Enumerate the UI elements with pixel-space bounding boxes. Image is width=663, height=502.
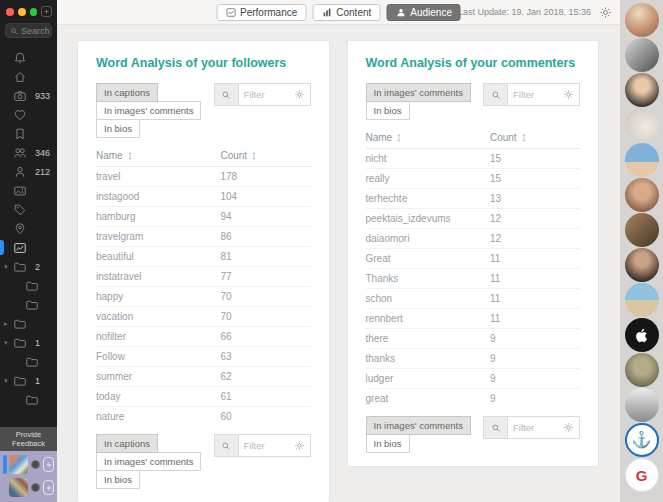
avatar-woman-hat[interactable]: [625, 3, 659, 37]
account-avatar[interactable]: [9, 455, 28, 474]
sidebar-item-photos[interactable]: [0, 181, 57, 200]
cell-count: 12: [490, 233, 580, 244]
filter-search-button[interactable]: [215, 435, 239, 456]
avatar-anchor-logo[interactable]: ⚓: [625, 423, 659, 457]
avatar-light-photo[interactable]: [625, 108, 659, 142]
sidebar-subfolder[interactable]: [0, 390, 57, 409]
disclosure-icon[interactable]: ▾: [4, 377, 8, 385]
avatar-woman-face[interactable]: [625, 178, 659, 212]
sidebar-folder[interactable]: ▾ 2: [0, 257, 57, 276]
column-name[interactable]: Name: [366, 132, 393, 143]
sidebar-item-saved[interactable]: [0, 124, 57, 143]
filter-settings-button[interactable]: [294, 89, 310, 100]
item-count-badge: 2: [35, 262, 40, 272]
filter-input[interactable]: [239, 440, 294, 451]
filter-toggle-button[interactable]: In images' comments: [366, 416, 471, 435]
avatar-dog-owner[interactable]: [625, 213, 659, 247]
tab-performance[interactable]: Performance: [216, 4, 306, 21]
sidebar-folder[interactable]: ▾ 1: [0, 333, 57, 352]
provide-feedback-button[interactable]: Provide Feedback: [0, 427, 57, 451]
avatar-bw-woman[interactable]: [625, 38, 659, 72]
ludger: ludger 9: [366, 369, 581, 389]
avatar-g-logo[interactable]: G: [625, 458, 659, 492]
account-avatar[interactable]: [9, 478, 28, 497]
travelgram: travelgram 86: [96, 227, 311, 247]
filter-toggle-button[interactable]: In bios: [96, 470, 140, 489]
filter-settings-button[interactable]: [294, 440, 310, 451]
filter-toggle-button[interactable]: In captions: [96, 434, 158, 453]
avatar-bw-man[interactable]: [625, 388, 659, 422]
avatar-dark-hair-woman[interactable]: [625, 248, 659, 282]
sidebar-subfolder[interactable]: [0, 352, 57, 371]
filter-input[interactable]: [508, 89, 563, 100]
avatar-apple-logo[interactable]: [625, 318, 659, 352]
sidebar-item-home[interactable]: [0, 67, 57, 86]
location-icon: [13, 222, 27, 236]
column-count[interactable]: Count: [490, 132, 517, 143]
disclosure-icon[interactable]: ▾: [4, 339, 8, 347]
column-count[interactable]: Count: [220, 150, 247, 161]
cell-count: 81: [220, 251, 310, 262]
zoom-window-button[interactable]: [30, 8, 38, 16]
cell-name: really: [366, 173, 490, 184]
table-body: nicht 15 really 15 terhechte 13 peektais…: [366, 149, 581, 408]
filter-toggle-button[interactable]: In bios: [366, 434, 410, 453]
sort-icon[interactable]: [251, 151, 257, 161]
cell-name: ludger: [366, 373, 490, 384]
filter-toggle-button[interactable]: In images' comments: [96, 101, 201, 120]
disclosure-icon[interactable]: ▾: [4, 263, 8, 271]
sidebar-search[interactable]: [5, 23, 52, 38]
filter-input[interactable]: [239, 89, 294, 100]
filter-toggle-button[interactable]: In captions: [96, 83, 158, 102]
cell-count: 15: [490, 153, 580, 164]
sidebar-folder[interactable]: ▾ 1: [0, 371, 57, 390]
cell-name: terhechte: [366, 193, 490, 204]
avatar-beach-landscape[interactable]: [625, 283, 659, 317]
sort-icon[interactable]: [521, 133, 527, 143]
avatar-beach-woman[interactable]: [625, 143, 659, 177]
filter-toggle-button[interactable]: In bios: [96, 119, 140, 138]
add-button[interactable]: [41, 6, 52, 17]
tab-content[interactable]: Content: [312, 4, 380, 21]
filter-search-button[interactable]: [484, 417, 508, 438]
settings-button[interactable]: [599, 6, 612, 19]
folder-icon: [13, 336, 27, 350]
minimize-window-button[interactable]: [18, 8, 26, 16]
tab-label: Content: [336, 7, 371, 18]
sidebar-subfolder[interactable]: [0, 295, 57, 314]
cell-name: travelgram: [96, 231, 220, 242]
cell-count: 86: [220, 231, 310, 242]
column-name[interactable]: Name: [96, 150, 123, 161]
filter-toggle-button[interactable]: In bios: [366, 101, 410, 120]
filter-search-button[interactable]: [484, 84, 508, 105]
add-account-button[interactable]: [43, 457, 54, 472]
filter-input[interactable]: [508, 422, 563, 433]
avatar-man-portrait[interactable]: [625, 73, 659, 107]
sidebar-item-notifications[interactable]: [0, 48, 57, 67]
sidebar-subfolder[interactable]: [0, 276, 57, 295]
sort-icon[interactable]: [127, 151, 133, 161]
account-row-1[interactable]: [3, 455, 54, 474]
sidebar-item-media[interactable]: 933: [0, 86, 57, 105]
filter-settings-button[interactable]: [563, 422, 579, 433]
add-account-button[interactable]: [43, 480, 54, 495]
sidebar-item-analytics[interactable]: [0, 238, 57, 257]
cell-count: 62: [220, 371, 310, 382]
sidebar-item-locations[interactable]: [0, 219, 57, 238]
sidebar-item-tags[interactable]: [0, 200, 57, 219]
filter-toggle-button[interactable]: In images' comments: [96, 452, 201, 471]
avatar-olive-person[interactable]: [625, 353, 659, 387]
sidebar-folder[interactable]: ▸: [0, 314, 57, 333]
sidebar-item-likes[interactable]: [0, 105, 57, 124]
sort-icon[interactable]: [396, 133, 402, 143]
sidebar-item-following[interactable]: 212: [0, 162, 57, 181]
account-row-2[interactable]: [3, 478, 54, 497]
tab-audience[interactable]: Audience: [386, 4, 461, 21]
sidebar-search-input[interactable]: [21, 26, 51, 36]
disclosure-icon[interactable]: ▸: [4, 320, 8, 328]
close-window-button[interactable]: [6, 8, 14, 16]
filter-settings-button[interactable]: [563, 89, 579, 100]
filter-search-button[interactable]: [215, 84, 239, 105]
sidebar-item-followers[interactable]: 346: [0, 143, 57, 162]
filter-toggle-button[interactable]: In images' comments: [366, 83, 471, 102]
